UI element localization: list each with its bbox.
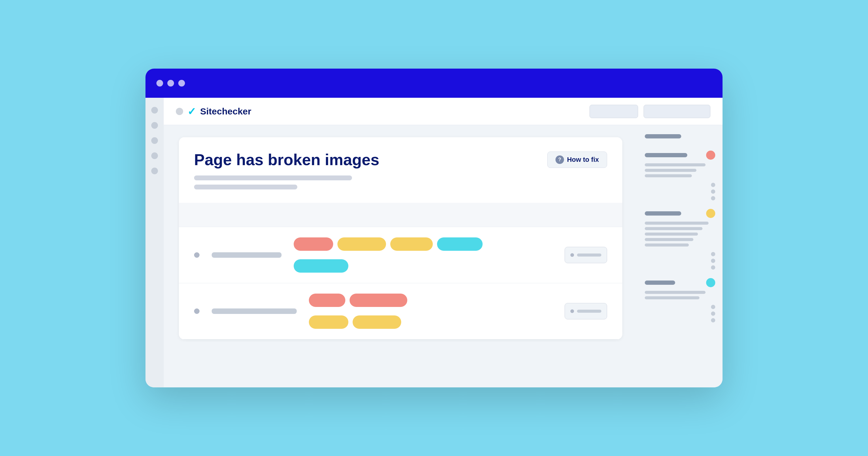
card-header: Page has broken images ? How to fix bbox=[179, 137, 622, 203]
how-to-fix-button[interactable]: ? How to fix bbox=[547, 152, 607, 168]
sidebar-sub-lines-3 bbox=[645, 222, 715, 247]
sidebar-section-2-header bbox=[645, 151, 715, 160]
table-row bbox=[179, 227, 622, 283]
right-sidebar bbox=[638, 125, 722, 387]
tags-row-1 bbox=[294, 237, 553, 251]
sidebar-sub-lines-4 bbox=[645, 291, 715, 299]
left-nav bbox=[146, 98, 164, 387]
logo-check-icon: ✓ bbox=[187, 105, 196, 118]
sidebar-sub-line-4 bbox=[645, 222, 709, 225]
row-action-button-2[interactable] bbox=[565, 303, 607, 319]
sidebar-sub-line-7 bbox=[645, 238, 693, 241]
tag-yellow-1 bbox=[337, 237, 386, 251]
main-layout: Page has broken images ? How to fix bbox=[164, 125, 722, 387]
question-icon: ? bbox=[556, 156, 564, 164]
sidebar-sub-lines-2 bbox=[645, 163, 715, 177]
sidebar-section-4-header bbox=[645, 278, 715, 287]
how-to-fix-label: How to fix bbox=[567, 156, 599, 164]
sidebar-sub-line-2 bbox=[645, 169, 696, 172]
tag-red-3 bbox=[349, 294, 407, 307]
sidebar-line-2 bbox=[645, 153, 687, 157]
tag-cyan-1 bbox=[437, 237, 483, 251]
sidebar-small-dot-9 bbox=[711, 318, 715, 322]
page-title: Page has broken images bbox=[194, 151, 379, 169]
action-dot-2 bbox=[570, 310, 574, 313]
tags-row-2 bbox=[294, 259, 553, 273]
content-area: Page has broken images ? How to fix bbox=[164, 125, 638, 387]
tag-yellow-5 bbox=[352, 316, 401, 329]
sidebar-section-1 bbox=[645, 134, 715, 142]
sidebar-sub-line-1 bbox=[645, 163, 706, 166]
action-dot-1 bbox=[570, 253, 574, 257]
tags-row-3 bbox=[309, 294, 553, 307]
nav-dot-5[interactable] bbox=[151, 168, 158, 174]
tag-cyan-2 bbox=[294, 259, 348, 273]
sidebar-line-3 bbox=[645, 211, 681, 216]
description-line-2 bbox=[194, 185, 297, 190]
nav-dot-4[interactable] bbox=[151, 153, 158, 159]
traffic-lights bbox=[156, 80, 185, 87]
sidebar-section-1-header bbox=[645, 134, 715, 138]
sidebar-section-3-header bbox=[645, 209, 715, 218]
browser-window: ✓ Sitechecker Page has broken ima bbox=[146, 69, 722, 387]
traffic-light-3[interactable] bbox=[178, 80, 185, 87]
header-button-2[interactable] bbox=[644, 105, 710, 118]
sidebar-small-dot-3 bbox=[711, 196, 715, 200]
sidebar-small-dots-2 bbox=[645, 183, 715, 200]
sidebar-section-2 bbox=[645, 151, 715, 200]
sidebar-small-dot-7 bbox=[711, 305, 715, 309]
sidebar-small-dot-6 bbox=[711, 265, 715, 270]
sidebar-small-dots-3 bbox=[645, 252, 715, 270]
sidebar-small-dot-1 bbox=[711, 183, 715, 187]
filter-row bbox=[179, 203, 622, 227]
card-title-row: Page has broken images ? How to fix bbox=[194, 151, 607, 169]
sidebar-section-3 bbox=[645, 209, 715, 270]
browser-content: ✓ Sitechecker Page has broken ima bbox=[146, 98, 722, 387]
description-line-1 bbox=[194, 175, 352, 180]
action-line-2 bbox=[577, 310, 601, 313]
sidebar-dot-red bbox=[706, 151, 715, 160]
logo-text: Sitechecker bbox=[200, 106, 251, 117]
action-line-1 bbox=[577, 254, 601, 257]
sidebar-sub-line-6 bbox=[645, 233, 698, 236]
sidebar-dot-yellow bbox=[706, 209, 715, 218]
nav-dot-2[interactable] bbox=[151, 122, 158, 129]
logo-area: ✓ Sitechecker bbox=[176, 105, 583, 118]
sidebar-small-dots-4 bbox=[645, 305, 715, 322]
sidebar-sub-line-3 bbox=[645, 174, 692, 177]
nav-dot-3[interactable] bbox=[151, 137, 158, 144]
tags-row-4 bbox=[309, 316, 553, 329]
sidebar-sub-line-5 bbox=[645, 227, 703, 230]
row-text-2 bbox=[212, 308, 297, 314]
sidebar-small-dot-4 bbox=[711, 252, 715, 256]
table-row bbox=[179, 283, 622, 339]
sidebar-line-1 bbox=[645, 134, 681, 138]
sidebar-line-4 bbox=[645, 281, 675, 285]
sidebar-sub-line-8 bbox=[645, 243, 689, 247]
header-buttons bbox=[589, 105, 710, 118]
logo-dot bbox=[176, 108, 183, 115]
traffic-light-2[interactable] bbox=[167, 80, 174, 87]
sidebar-section-4 bbox=[645, 278, 715, 322]
row-icon-1 bbox=[194, 252, 199, 258]
tag-yellow-2 bbox=[390, 237, 433, 251]
tag-red-2 bbox=[309, 294, 345, 307]
sidebar-small-dot-5 bbox=[711, 259, 715, 263]
sidebar-sub-line-9 bbox=[645, 291, 706, 294]
title-bar bbox=[146, 69, 722, 98]
traffic-light-1[interactable] bbox=[156, 80, 163, 87]
row-action-button-1[interactable] bbox=[565, 247, 607, 263]
tag-yellow-4 bbox=[309, 316, 348, 329]
row-icon-2 bbox=[194, 308, 199, 314]
sidebar-small-dot-8 bbox=[711, 312, 715, 316]
nav-dot-1[interactable] bbox=[151, 107, 158, 113]
header-button-1[interactable] bbox=[589, 105, 638, 118]
main-card: Page has broken images ? How to fix bbox=[179, 137, 622, 339]
sidebar-dot-cyan bbox=[706, 278, 715, 287]
header-bar: ✓ Sitechecker bbox=[164, 98, 722, 125]
sidebar-small-dot-2 bbox=[711, 190, 715, 194]
sidebar-sub-line-10 bbox=[645, 296, 700, 299]
tag-red-1 bbox=[294, 237, 333, 251]
row-text-1 bbox=[212, 252, 282, 258]
